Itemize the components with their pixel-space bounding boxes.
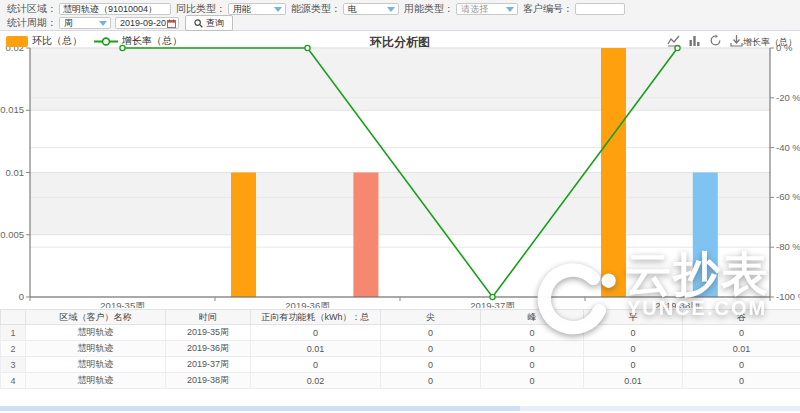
chart-header: 环比（总） 增长率（总） 环比分析图 xyxy=(0,33,800,49)
svg-text:0.01: 0.01 xyxy=(6,167,25,178)
table-cell: 0 xyxy=(584,357,683,373)
right-axis-name: 增长率（总） xyxy=(743,36,797,49)
result-table-wrap: 区域（客户）名称时间正向有功能耗（kWh）：总尖峰平谷1慧明轨迹2019-35周… xyxy=(0,309,800,389)
table-cell: 0 xyxy=(481,325,584,341)
date-picker[interactable]: 2019-09-20 xyxy=(115,17,179,29)
energy-type-label: 能源类型： xyxy=(291,2,341,16)
result-table: 区域（客户）名称时间正向有功能耗（kWh）：总尖峰平谷1慧明轨迹2019-35周… xyxy=(0,309,800,389)
table-cell: 0.01 xyxy=(683,341,800,357)
filter-toolbar: 统计区域： 同比类型： 用能 能源类型： 电 用能类型： 请选择 客户编号： 统… xyxy=(0,0,800,31)
column-header: 平 xyxy=(584,310,683,325)
scrollbar-thumb[interactable] xyxy=(0,406,520,411)
row-index-cell: 4 xyxy=(1,373,26,389)
table-row[interactable]: 3慧明轨迹2019-37周00000 xyxy=(1,357,800,373)
period-label: 统计周期： xyxy=(7,16,57,30)
table-cell: 2019-37周 xyxy=(166,357,251,373)
table-header-row: 区域（客户）名称时间正向有功能耗（kWh）：总尖峰平谷 xyxy=(1,310,800,325)
usage-type-label: 用能类型： xyxy=(404,2,454,16)
svg-text:2019-37周: 2019-37周 xyxy=(470,300,514,308)
column-header: 谷 xyxy=(683,310,800,325)
chevron-down-icon xyxy=(506,7,514,12)
table-cell: 0 xyxy=(251,325,381,341)
table-row[interactable]: 2慧明轨迹2019-36周0.010000.01 xyxy=(1,341,800,357)
download-icon[interactable] xyxy=(730,34,743,47)
search-icon xyxy=(194,19,203,28)
horizontal-scrollbar[interactable] xyxy=(0,406,800,411)
svg-text:-80 %: -80 % xyxy=(776,241,800,252)
stat-area-input[interactable] xyxy=(59,3,171,15)
table-cell: 0 xyxy=(481,373,584,389)
table-cell: 0 xyxy=(584,341,683,357)
table-row[interactable]: 1慧明轨迹2019-35周00000 xyxy=(1,325,800,341)
table-cell: 0 xyxy=(481,341,584,357)
yoy-type-select[interactable]: 用能 xyxy=(228,3,286,15)
column-header: 峰 xyxy=(481,310,584,325)
table-cell: 0 xyxy=(381,341,481,357)
usage-type-placeholder: 请选择 xyxy=(461,3,488,16)
table-cell: 0 xyxy=(683,325,800,341)
table-cell: 0 xyxy=(683,357,800,373)
table-cell: 0 xyxy=(381,325,481,341)
table-cell: 0 xyxy=(584,325,683,341)
table-cell: 0.02 xyxy=(251,373,381,389)
query-button-label: 查询 xyxy=(206,17,224,30)
table-cell: 慧明轨迹 xyxy=(26,341,166,357)
row-index-cell: 3 xyxy=(1,357,26,373)
stat-area-label: 统计区域： xyxy=(7,2,57,16)
customer-no-label: 客户编号： xyxy=(523,2,573,16)
chevron-down-icon xyxy=(274,7,282,12)
table-cell: 2019-35周 xyxy=(166,325,251,341)
energy-type-value: 电 xyxy=(348,3,357,16)
table-cell: 0.01 xyxy=(584,373,683,389)
table-cell: 0 xyxy=(381,373,481,389)
svg-text:0: 0 xyxy=(19,291,24,302)
line-chart-toggle-icon[interactable] xyxy=(667,34,680,47)
toolbar-row-2: 统计周期： 周 2019-09-20 查询 xyxy=(2,16,800,30)
table-row[interactable]: 4慧明轨迹2019-38周0.02000.010 xyxy=(1,373,800,389)
table-cell: 0 xyxy=(481,357,584,373)
table-cell: 慧明轨迹 xyxy=(26,357,166,373)
chart-panel: 0.020.0150.010.00500 %-20 %-40 %-60 %-80… xyxy=(0,31,800,308)
table-cell: 0 xyxy=(381,357,481,373)
svg-text:2019-36周: 2019-36周 xyxy=(285,300,329,308)
usage-type-select[interactable]: 请选择 xyxy=(456,3,518,15)
table-cell: 0.01 xyxy=(251,341,381,357)
table-cell: 0 xyxy=(683,373,800,389)
toolbar-row-1: 统计区域： 同比类型： 用能 能源类型： 电 用能类型： 请选择 客户编号： xyxy=(2,2,800,16)
svg-text:2019-38周: 2019-38周 xyxy=(655,300,699,308)
column-header: 正向有功能耗（kWh）：总 xyxy=(251,310,381,325)
svg-text:0.005: 0.005 xyxy=(0,229,24,240)
query-button[interactable]: 查询 xyxy=(185,15,233,31)
svg-text:-100 %: -100 % xyxy=(776,291,800,302)
comparison-chart: 0.020.0150.010.00500 %-20 %-40 %-60 %-80… xyxy=(0,31,800,308)
table-cell: 慧明轨迹 xyxy=(26,373,166,389)
table-cell: 2019-36周 xyxy=(166,341,251,357)
period-select[interactable]: 周 xyxy=(59,17,111,29)
customer-no-input[interactable] xyxy=(575,3,625,15)
svg-text:0.015: 0.015 xyxy=(0,104,24,115)
svg-text:-20 %: -20 % xyxy=(776,92,800,103)
calendar-icon xyxy=(167,19,176,28)
table-cell: 2019-38周 xyxy=(166,373,251,389)
row-index-cell: 2 xyxy=(1,341,26,357)
chart-toolbox xyxy=(667,34,743,47)
yoy-type-label: 同比类型： xyxy=(176,2,226,16)
svg-text:2019-35周: 2019-35周 xyxy=(100,300,144,308)
column-header: 尖 xyxy=(381,310,481,325)
table-cell: 0 xyxy=(251,357,381,373)
chevron-down-icon xyxy=(387,7,395,12)
yoy-type-value: 用能 xyxy=(233,3,251,16)
table-cell: 慧明轨迹 xyxy=(26,325,166,341)
column-header: 区域（客户）名称 xyxy=(26,310,166,325)
row-index-cell: 1 xyxy=(1,325,26,341)
svg-text:-60 %: -60 % xyxy=(776,191,800,202)
period-value: 周 xyxy=(64,17,73,30)
refresh-icon[interactable] xyxy=(709,34,722,47)
energy-type-select[interactable]: 电 xyxy=(343,3,399,15)
column-header xyxy=(1,310,26,325)
column-header: 时间 xyxy=(166,310,251,325)
bar-chart-toggle-icon[interactable] xyxy=(688,34,701,47)
svg-text:-40 %: -40 % xyxy=(776,142,800,153)
chevron-down-icon xyxy=(99,21,107,26)
date-value: 2019-09-20 xyxy=(120,18,166,28)
